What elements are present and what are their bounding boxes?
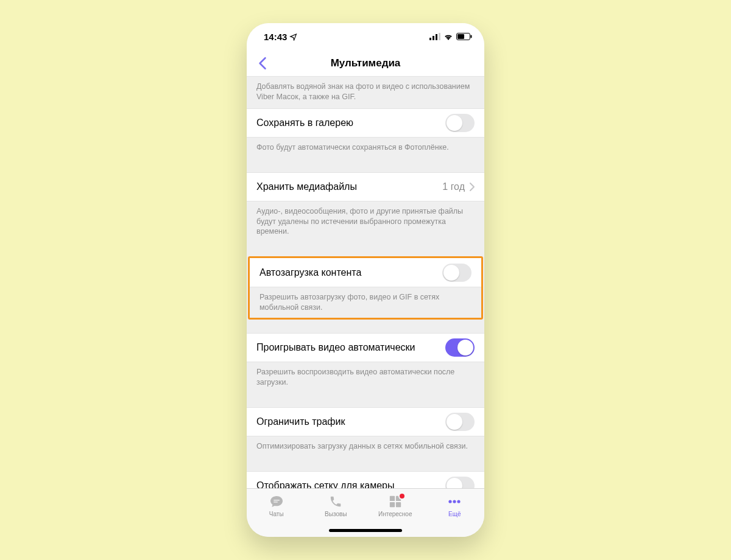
battery-icon [456,33,472,40]
tab-more[interactable]: Ещё [425,494,485,517]
status-time: 14:43 [264,32,287,42]
chevron-right-icon [470,183,475,191]
camera-grid-row[interactable]: Отображать сетку для камеры [247,471,484,488]
wifi-icon [443,33,453,40]
tab-bar: Чаты Вызовы Интересное Ещё [247,488,484,537]
autoload-content-description: Разрешить автозагрузку фото, видео и GIF… [250,287,481,318]
watermark-description: Добавлять водяной знак на фото и видео с… [247,77,484,108]
svg-rect-9 [390,496,395,501]
tab-explore[interactable]: Интересное [366,494,425,517]
page-title: Мультимедиа [247,57,484,69]
tab-calls-label: Вызовы [325,511,347,517]
limit-traffic-toggle[interactable] [445,413,475,431]
svg-rect-3 [439,33,440,40]
nav-header: Мультимедиа [247,50,484,77]
autoplay-video-toggle[interactable] [445,338,475,357]
svg-rect-11 [390,502,395,507]
status-bar: 14:43 [247,23,484,50]
store-media-value: 1 год [442,181,465,192]
svg-rect-12 [396,502,401,507]
limit-traffic-label: Ограничить трафик [256,416,345,427]
store-media-description: Аудио-, видеосообщения, фото и другие пр… [247,201,484,243]
svg-rect-6 [471,35,472,38]
tab-chats[interactable]: Чаты [247,494,306,517]
autoload-content-row[interactable]: Автозагрузка контента [250,258,481,287]
limit-traffic-description: Оптимизировать загрузку данных в сетях м… [247,436,484,458]
autoplay-video-label: Проигрывать видео автоматически [256,342,415,353]
location-icon [289,33,297,41]
store-media-label: Хранить медиафайлы [256,181,357,192]
autoload-content-toggle[interactable] [442,264,471,282]
svg-point-14 [453,500,456,503]
autoload-content-label: Автозагрузка контента [260,267,361,278]
svg-point-13 [449,500,452,503]
svg-rect-0 [429,38,431,40]
store-media-row[interactable]: Хранить медиафайлы 1 год [247,172,484,201]
phone-frame: 14:43 Мультимедиа Добавлять водяной знак… [247,23,484,537]
camera-grid-label: Отображать сетку для камеры [256,480,394,488]
autoplay-video-description: Разрешить воспроизводить видео автоматич… [247,362,484,394]
svg-rect-7 [274,500,280,501]
svg-rect-8 [274,502,278,503]
settings-content: Добавлять водяной знак на фото и видео с… [247,77,484,488]
highlighted-setting: Автозагрузка контента Разрешить автозагр… [248,256,483,320]
chat-icon [269,494,284,509]
save-to-gallery-description: Фото будут автоматически сохраняться в Ф… [247,138,484,159]
save-to-gallery-toggle[interactable] [445,114,475,132]
svg-rect-5 [457,34,464,39]
phone-icon [328,494,344,509]
svg-point-15 [457,500,461,503]
tab-chats-label: Чаты [269,511,284,517]
camera-grid-toggle[interactable] [445,477,475,488]
notification-badge [398,492,406,500]
save-to-gallery-row[interactable]: Сохранять в галерею [247,108,484,138]
svg-rect-1 [433,36,434,40]
explore-icon [387,494,403,509]
autoplay-video-row[interactable]: Проигрывать видео автоматически [247,333,484,362]
tab-more-label: Ещё [448,511,461,517]
tab-calls[interactable]: Вызовы [306,494,366,517]
save-to-gallery-label: Сохранять в галерею [256,117,353,128]
tab-explore-label: Интересное [378,511,412,517]
cellular-signal-icon [429,33,440,40]
more-icon [447,494,462,509]
back-button[interactable] [250,50,275,76]
home-indicator[interactable] [329,529,402,532]
limit-traffic-row[interactable]: Ограничить трафик [247,407,484,436]
svg-rect-2 [436,34,437,40]
